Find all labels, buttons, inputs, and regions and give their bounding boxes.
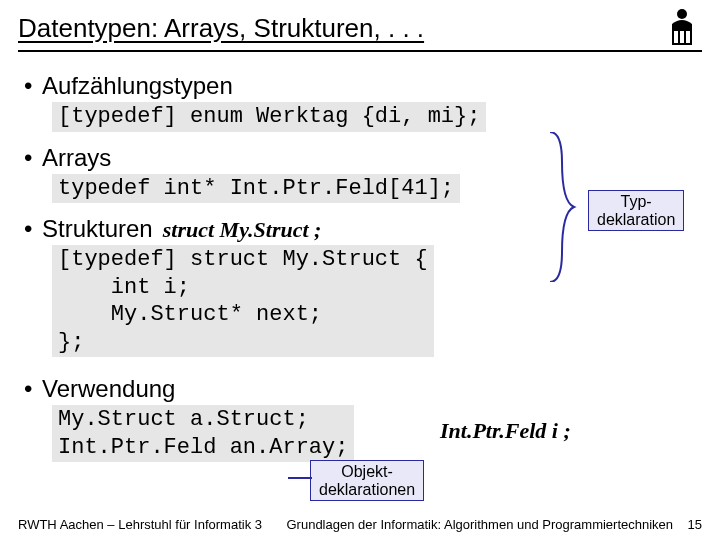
label-objdecl: Objekt- deklarationen	[310, 460, 424, 501]
bullet-usage-label: Verwendung	[42, 375, 175, 403]
label-typedecl-l1: Typ-	[621, 193, 652, 210]
label-objdecl-l2: deklarationen	[319, 481, 415, 498]
svg-point-0	[677, 9, 687, 19]
bullet-enum: • Aufzählungstypen	[24, 72, 696, 100]
label-typedecl-l2: deklaration	[597, 211, 675, 228]
code-structs: [typedef] struct My.Struct { int i; My.S…	[52, 245, 434, 357]
footer-left: RWTH Aachen – Lehrstuhl für Informatik 3	[18, 517, 262, 532]
bullet-arrays: • Arrays	[24, 144, 696, 172]
page-title: Datentypen: Arrays, Strukturen, . . .	[18, 13, 662, 44]
code-usage: My.Struct a.Struct; Int.Ptr.Feld an.Arra…	[52, 405, 354, 462]
footer-right: Grundlagen der Informatik: Algorithmen u…	[286, 517, 673, 532]
handwritten-struct: struct My.Struct ;	[163, 217, 322, 243]
footer: RWTH Aachen – Lehrstuhl für Informatik 3…	[0, 517, 720, 532]
svg-rect-1	[673, 30, 691, 44]
bullet-enum-label: Aufzählungstypen	[42, 72, 233, 100]
code-arrays: typedef int* Int.Ptr.Feld[41];	[52, 174, 460, 204]
label-typedecl: Typ- deklaration	[588, 190, 684, 231]
handwritten-usage: Int.Ptr.Feld i ;	[440, 418, 571, 444]
footer-page: 15	[688, 517, 702, 532]
connector-objdecl	[288, 472, 312, 484]
brace-typedecl	[540, 132, 580, 282]
bullet-arrays-label: Arrays	[42, 144, 111, 172]
person-building-icon	[662, 8, 702, 48]
title-divider	[18, 50, 702, 52]
bullet-structs-label: Strukturen	[42, 215, 153, 243]
code-enum: [typedef] enum Werktag {di, mi};	[52, 102, 486, 132]
label-objdecl-l1: Objekt-	[341, 463, 393, 480]
bullet-usage: • Verwendung	[24, 375, 696, 403]
